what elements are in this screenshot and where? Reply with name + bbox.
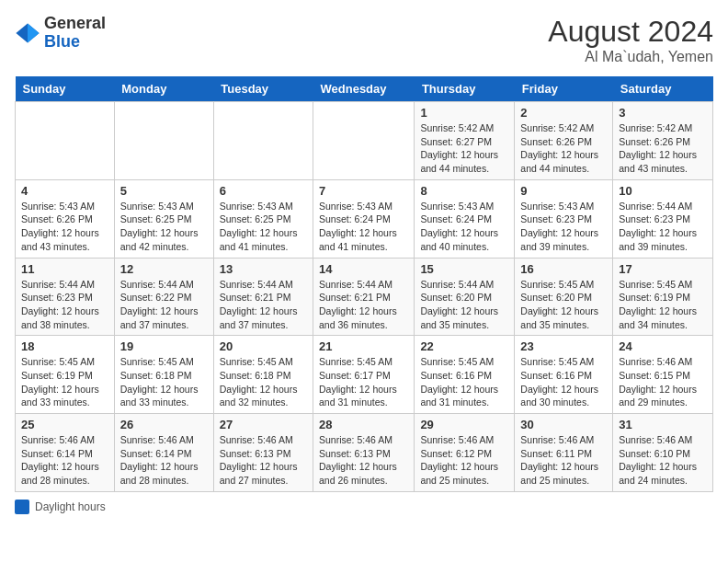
day-number: 6 — [220, 184, 307, 198]
calendar-cell — [313, 102, 415, 180]
header-row: SundayMondayTuesdayWednesdayThursdayFrid… — [16, 76, 713, 102]
calendar-cell: 6Sunrise: 5:43 AM Sunset: 6:25 PM Daylig… — [213, 179, 313, 258]
day-info: Sunrise: 5:43 AM Sunset: 6:24 PM Dayligh… — [420, 200, 508, 254]
day-number: 17 — [619, 262, 707, 276]
week-row-4: 18Sunrise: 5:45 AM Sunset: 6:19 PM Dayli… — [16, 336, 713, 414]
calendar-header: SundayMondayTuesdayWednesdayThursdayFrid… — [16, 76, 713, 102]
day-number: 20 — [220, 339, 307, 353]
logo-blue-text: Blue — [44, 32, 80, 51]
day-info: Sunrise: 5:46 AM Sunset: 6:15 PM Dayligh… — [619, 355, 707, 409]
day-info: Sunrise: 5:42 AM Sunset: 6:26 PM Dayligh… — [520, 121, 607, 176]
day-number: 28 — [319, 418, 408, 431]
calendar-cell: 24Sunrise: 5:46 AM Sunset: 6:15 PM Dayli… — [613, 336, 713, 414]
day-info: Sunrise: 5:42 AM Sunset: 6:27 PM Dayligh… — [420, 121, 508, 176]
day-info: Sunrise: 5:44 AM Sunset: 6:21 PM Dayligh… — [220, 278, 307, 332]
calendar-cell: 5Sunrise: 5:43 AM Sunset: 6:25 PM Daylig… — [114, 179, 213, 258]
calendar-body: 1Sunrise: 5:42 AM Sunset: 6:27 PM Daylig… — [16, 102, 713, 492]
day-info: Sunrise: 5:46 AM Sunset: 6:13 PM Dayligh… — [319, 433, 408, 488]
calendar-cell: 31Sunrise: 5:46 AM Sunset: 6:10 PM Dayli… — [613, 414, 713, 492]
day-info: Sunrise: 5:46 AM Sunset: 6:12 PM Dayligh… — [420, 433, 508, 488]
day-info: Sunrise: 5:45 AM Sunset: 6:20 PM Dayligh… — [520, 278, 607, 332]
day-number: 31 — [619, 418, 707, 431]
day-info: Sunrise: 5:44 AM Sunset: 6:23 PM Dayligh… — [21, 278, 108, 332]
header-day-sunday: Sunday — [16, 76, 115, 102]
day-number: 10 — [619, 184, 707, 198]
calendar-cell: 10Sunrise: 5:44 AM Sunset: 6:23 PM Dayli… — [613, 179, 713, 258]
calendar-cell: 11Sunrise: 5:44 AM Sunset: 6:23 PM Dayli… — [16, 258, 115, 336]
legend-label: Daylight hours — [35, 500, 106, 513]
day-number: 26 — [120, 418, 208, 431]
calendar-cell: 18Sunrise: 5:45 AM Sunset: 6:19 PM Dayli… — [16, 336, 115, 414]
calendar-cell: 1Sunrise: 5:42 AM Sunset: 6:27 PM Daylig… — [415, 102, 515, 180]
calendar-cell — [16, 102, 115, 180]
day-number: 5 — [120, 184, 208, 198]
header-day-thursday: Thursday — [415, 76, 515, 102]
calendar-cell: 19Sunrise: 5:45 AM Sunset: 6:18 PM Dayli… — [114, 336, 213, 414]
header-day-wednesday: Wednesday — [313, 76, 415, 102]
day-info: Sunrise: 5:45 AM Sunset: 6:16 PM Dayligh… — [420, 355, 508, 409]
calendar-cell: 30Sunrise: 5:46 AM Sunset: 6:11 PM Dayli… — [515, 414, 613, 492]
calendar-cell: 29Sunrise: 5:46 AM Sunset: 6:12 PM Dayli… — [415, 414, 515, 492]
day-info: Sunrise: 5:43 AM Sunset: 6:25 PM Dayligh… — [220, 200, 307, 254]
day-info: Sunrise: 5:44 AM Sunset: 6:21 PM Dayligh… — [319, 278, 408, 332]
calendar-cell: 20Sunrise: 5:45 AM Sunset: 6:18 PM Dayli… — [213, 336, 313, 414]
header-day-saturday: Saturday — [613, 76, 713, 102]
day-number: 3 — [619, 106, 707, 120]
calendar-cell — [114, 102, 213, 180]
day-info: Sunrise: 5:46 AM Sunset: 6:10 PM Dayligh… — [619, 433, 707, 488]
calendar-cell: 23Sunrise: 5:45 AM Sunset: 6:16 PM Dayli… — [515, 336, 613, 414]
month-year: August 2024 — [548, 15, 713, 49]
day-number: 11 — [21, 262, 108, 276]
day-number: 24 — [619, 339, 707, 353]
week-row-1: 1Sunrise: 5:42 AM Sunset: 6:27 PM Daylig… — [16, 102, 713, 180]
day-info: Sunrise: 5:45 AM Sunset: 6:19 PM Dayligh… — [21, 355, 108, 409]
page-header: General Blue August 2024 Al Ma`udah, Yem… — [15, 15, 713, 65]
calendar-cell: 17Sunrise: 5:45 AM Sunset: 6:19 PM Dayli… — [613, 258, 713, 336]
calendar-cell — [213, 102, 313, 180]
day-number: 14 — [319, 262, 408, 276]
day-number: 19 — [120, 339, 208, 353]
week-row-3: 11Sunrise: 5:44 AM Sunset: 6:23 PM Dayli… — [16, 258, 713, 336]
calendar-cell: 7Sunrise: 5:43 AM Sunset: 6:24 PM Daylig… — [313, 179, 415, 258]
day-number: 13 — [220, 262, 307, 276]
day-number: 1 — [420, 106, 508, 120]
logo-general-text: General — [44, 14, 106, 32]
calendar-cell: 28Sunrise: 5:46 AM Sunset: 6:13 PM Dayli… — [313, 414, 415, 492]
location: Al Ma`udah, Yemen — [548, 49, 713, 65]
calendar-cell: 26Sunrise: 5:46 AM Sunset: 6:14 PM Dayli… — [114, 414, 213, 492]
calendar-cell: 21Sunrise: 5:45 AM Sunset: 6:17 PM Dayli… — [313, 336, 415, 414]
calendar-cell: 2Sunrise: 5:42 AM Sunset: 6:26 PM Daylig… — [515, 102, 613, 180]
day-number: 27 — [220, 418, 307, 431]
logo: General Blue — [15, 15, 106, 52]
day-number: 22 — [420, 339, 508, 353]
day-number: 21 — [319, 339, 408, 353]
day-number: 15 — [420, 262, 508, 276]
day-info: Sunrise: 5:45 AM Sunset: 6:16 PM Dayligh… — [520, 355, 607, 409]
week-row-2: 4Sunrise: 5:43 AM Sunset: 6:26 PM Daylig… — [16, 179, 713, 258]
day-info: Sunrise: 5:46 AM Sunset: 6:13 PM Dayligh… — [220, 433, 307, 488]
logo-icon — [15, 20, 40, 46]
calendar-cell: 15Sunrise: 5:44 AM Sunset: 6:20 PM Dayli… — [415, 258, 515, 336]
calendar-cell: 25Sunrise: 5:46 AM Sunset: 6:14 PM Dayli… — [16, 414, 115, 492]
day-info: Sunrise: 5:44 AM Sunset: 6:20 PM Dayligh… — [420, 278, 508, 332]
day-number: 18 — [21, 339, 108, 353]
calendar-cell: 13Sunrise: 5:44 AM Sunset: 6:21 PM Dayli… — [213, 258, 313, 336]
legend-color-box — [15, 500, 29, 514]
day-number: 8 — [420, 184, 508, 198]
day-number: 9 — [520, 184, 607, 198]
day-info: Sunrise: 5:46 AM Sunset: 6:11 PM Dayligh… — [520, 433, 607, 488]
day-info: Sunrise: 5:46 AM Sunset: 6:14 PM Dayligh… — [120, 433, 208, 488]
legend: Daylight hours — [15, 500, 713, 514]
calendar-cell: 14Sunrise: 5:44 AM Sunset: 6:21 PM Dayli… — [313, 258, 415, 336]
calendar-cell: 27Sunrise: 5:46 AM Sunset: 6:13 PM Dayli… — [213, 414, 313, 492]
day-number: 16 — [520, 262, 607, 276]
day-info: Sunrise: 5:43 AM Sunset: 6:26 PM Dayligh… — [21, 200, 108, 254]
calendar-cell: 8Sunrise: 5:43 AM Sunset: 6:24 PM Daylig… — [415, 179, 515, 258]
day-info: Sunrise: 5:42 AM Sunset: 6:26 PM Dayligh… — [619, 121, 707, 176]
day-info: Sunrise: 5:45 AM Sunset: 6:18 PM Dayligh… — [120, 355, 208, 409]
day-info: Sunrise: 5:45 AM Sunset: 6:19 PM Dayligh… — [619, 278, 707, 332]
day-info: Sunrise: 5:43 AM Sunset: 6:25 PM Dayligh… — [120, 200, 208, 254]
svg-marker-1 — [28, 23, 40, 42]
day-number: 30 — [520, 418, 607, 431]
day-info: Sunrise: 5:46 AM Sunset: 6:14 PM Dayligh… — [21, 433, 108, 488]
